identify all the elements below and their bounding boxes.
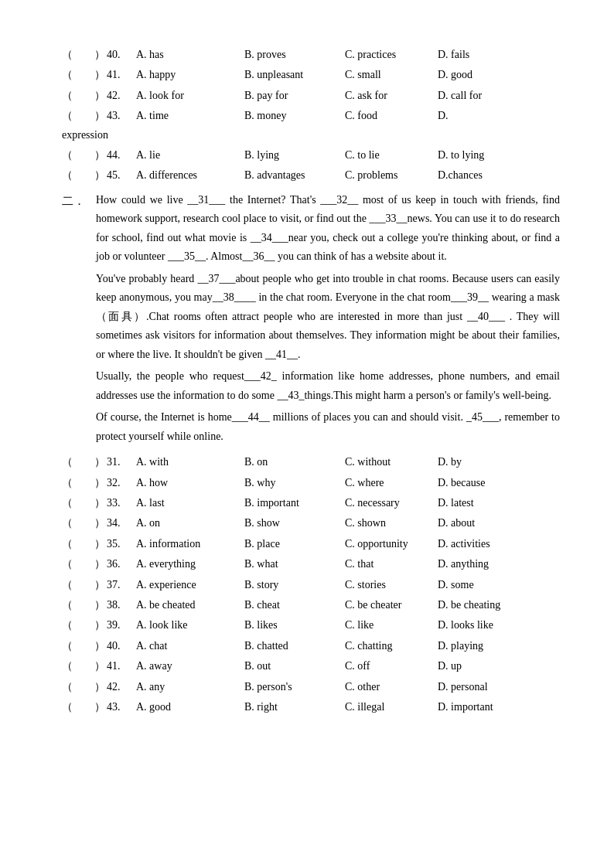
option-b: B. money (244, 107, 345, 124)
q-num: 43. (107, 107, 136, 124)
question-row-45: （ ） 45. A. differences B. advantages C. … (62, 167, 560, 184)
paren-left: （ (62, 638, 71, 655)
paren-right: ） (94, 46, 104, 63)
question-row-33: （ ） 33. A. last B. important C. necessar… (62, 495, 560, 512)
q-num: 38. (107, 597, 136, 614)
q-num: 42. (107, 679, 136, 696)
question-row-32: （ ） 32. A. how B. why C. where D. becaus… (62, 475, 560, 492)
question-row-39: （ ） 39. A. look like B. likes C. like D.… (62, 617, 560, 634)
blank-space (71, 658, 94, 675)
passage-para-3: Usually, the people who request___42_ in… (96, 367, 560, 405)
q-num: 40. (107, 638, 136, 655)
option-d: D. anything (438, 556, 489, 573)
option-c: C. without (345, 454, 438, 471)
question-row-36: （ ） 36. A. everything B. what C. that D.… (62, 556, 560, 573)
option-d: D. latest (438, 495, 474, 512)
option-a: A. good (136, 699, 244, 716)
q-num: 41. (107, 66, 136, 83)
option-d: D. important (438, 699, 493, 716)
blank-space (71, 495, 94, 512)
paren-left: （ (62, 658, 71, 675)
option-c: C. problems (345, 167, 438, 184)
paren-right: ） (94, 107, 104, 124)
option-c: C. practices (345, 46, 438, 63)
blank-space (71, 679, 94, 696)
paren-left: （ (62, 597, 71, 614)
question-row-41b: （ ） 41. A. away B. out C. off D. up (62, 658, 560, 675)
blank-space (71, 577, 94, 594)
blank-space (71, 699, 94, 716)
expression-line: expression (62, 127, 560, 144)
option-a: A. any (136, 679, 244, 696)
option-d: D. personal (438, 679, 488, 696)
option-d: D. call for (438, 87, 482, 104)
q-num: 35. (107, 536, 136, 553)
option-a: A. time (136, 107, 244, 124)
option-a: A. last (136, 495, 244, 512)
option-b: B. person's (244, 679, 345, 696)
option-b: B. pay for (244, 87, 345, 104)
option-b: B. advantages (244, 167, 345, 184)
option-c: C. ask for (345, 87, 438, 104)
q-num: 43. (107, 699, 136, 716)
section-label: 二． (62, 191, 85, 211)
option-c: C. to lie (345, 147, 438, 164)
option-c: C. illegal (345, 699, 438, 716)
passage-para-2: You've probably heard __37___about peopl… (96, 270, 560, 365)
question-row-31: （ ） 31. A. with B. on C. without D. by (62, 454, 560, 471)
paren-left: （ (62, 515, 71, 532)
paren-right: ） (94, 638, 104, 655)
option-d: D. to lying (438, 147, 484, 164)
blank-space (71, 638, 94, 655)
option-a: A. on (136, 515, 244, 532)
option-b: B. chatted (244, 638, 345, 655)
paren-right: ） (94, 495, 104, 512)
blank-space (71, 167, 94, 184)
paren-left: （ (62, 475, 71, 492)
passage-para-1: How could we live __31___ the Internet? … (96, 191, 560, 267)
option-b: B. story (244, 577, 345, 594)
q-num: 31. (107, 454, 136, 471)
paren-right: ） (94, 147, 104, 164)
paren-right: ） (94, 515, 104, 532)
option-a: A. look like (136, 617, 244, 634)
option-b: B. place (244, 536, 345, 553)
top-questions: （ ） 40. A. has B. proves C. practices D.… (62, 46, 560, 185)
option-b: B. likes (244, 617, 345, 634)
option-c: C. small (345, 66, 438, 83)
option-a: A. be cheated (136, 597, 244, 614)
option-b: B. unpleasant (244, 66, 345, 83)
option-d: D. be cheating (438, 597, 500, 614)
q-num: 39. (107, 617, 136, 634)
option-c: C. other (345, 679, 438, 696)
paren-right: ） (94, 556, 104, 573)
option-b: B. right (244, 699, 345, 716)
paren-right: ） (94, 679, 104, 696)
passage-section: 二． How could we live __31___ the Interne… (62, 191, 560, 450)
blank-space (71, 147, 94, 164)
question-row-43-wrap: （ ） 43. A. time B. money C. food D. expr… (62, 107, 560, 144)
blank-space (71, 597, 94, 614)
blank-space (71, 46, 94, 63)
option-d: D.chances (438, 167, 483, 184)
paren-left: （ (62, 46, 71, 63)
paren-right: ） (94, 617, 104, 634)
option-d: D. good (438, 66, 472, 83)
option-a: A. lie (136, 147, 244, 164)
option-a: A. look for (136, 87, 244, 104)
paren-left: （ (62, 617, 71, 634)
paren-right: ） (94, 475, 104, 492)
q-num: 33. (107, 495, 136, 512)
question-row-37: （ ） 37. A. experience B. story C. storie… (62, 577, 560, 594)
q-num: 34. (107, 515, 136, 532)
blank-space (71, 556, 94, 573)
option-c: C. shown (345, 515, 438, 532)
q-num: 45. (107, 167, 136, 184)
option-b: B. important (244, 495, 345, 512)
blank-space (71, 454, 94, 471)
option-b: B. show (244, 515, 345, 532)
option-a: A. with (136, 454, 244, 471)
option-a: A. differences (136, 167, 244, 184)
bottom-questions: （ ） 31. A. with B. on C. without D. by （… (62, 454, 560, 716)
q-num: 37. (107, 577, 136, 594)
